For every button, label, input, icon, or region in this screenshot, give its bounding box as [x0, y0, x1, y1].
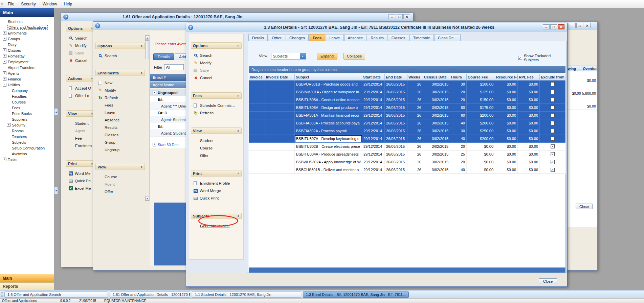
subject-row[interactable]: BSBITU305A - Conduct online transac 29/1…: [249, 96, 565, 104]
tab[interactable]: Other: [268, 34, 285, 41]
sidebar-tree-item[interactable]: - Utilities: [0, 82, 54, 88]
sidebar-tree-item[interactable]: + Security: [0, 122, 54, 128]
column-header[interactable]: Start Date: [362, 74, 385, 80]
collapse-button[interactable]: Collapse: [343, 53, 365, 60]
subject-row[interactable]: BSBFIA302A - Process payroll 29/12/2014 …: [249, 127, 565, 135]
sidebar-collapse-arrow-icon[interactable]: [54, 187, 58, 194]
panel-header[interactable]: Print «: [191, 170, 242, 177]
tree-expander-icon[interactable]: +: [3, 48, 6, 52]
sidebar-tree-item[interactable]: Setup Configuration: [0, 145, 54, 151]
grid-bottom-bar[interactable]: [249, 267, 565, 273]
sidebar-tree-item[interactable]: + Employment: [0, 59, 54, 65]
column-header[interactable]: Resource Fe: [495, 74, 518, 80]
column-header[interactable]: Hours: [450, 74, 467, 80]
sidebar-footer-button[interactable]: Main: [0, 274, 54, 282]
scroll-up-icon[interactable]: ▲: [145, 36, 149, 40]
sidebar-tree-item[interactable]: + Tasks: [0, 157, 54, 162]
panel-header[interactable]: View «: [66, 110, 95, 117]
panel-item[interactable]: Generate Invoice: [194, 222, 241, 230]
menu-item[interactable]: Help: [60, 1, 75, 7]
panel-item[interactable]: Course: [98, 173, 144, 181]
subject-row[interactable]: BSBWHS302A - Apply knowledge of W 29/12/…: [249, 158, 565, 166]
subject-row[interactable]: BSBITU307A - Develop keyboarding s 29/12…: [249, 135, 565, 143]
sidebar-tree-item[interactable]: + Homestay: [0, 53, 54, 59]
panel-item[interactable]: Absence: [98, 116, 144, 124]
exclude-checkbox[interactable]: [551, 129, 555, 133]
sidebar-tree-item[interactable]: Teachers: [0, 134, 54, 139]
panel-item[interactable]: Ungroup: [98, 146, 144, 154]
sidebar-tree-item[interactable]: Rooms: [0, 128, 54, 134]
panel-item[interactable]: Enrolment Profile: [194, 180, 241, 187]
panel-item[interactable]: Save: [194, 67, 241, 74]
row-expander-icon[interactable]: +: [153, 143, 156, 146]
panel-item[interactable]: Quick Pri: [69, 177, 94, 185]
exclude-checkbox[interactable]: [551, 137, 555, 141]
panel-item[interactable]: Student: [194, 137, 241, 144]
exclude-checkbox[interactable]: [551, 152, 555, 156]
taskbar-item[interactable]: 1.3 Enrol Details - S#: 12001270 BAE, Sa…: [303, 292, 409, 298]
sidebar-tree-item[interactable]: + Finance: [0, 76, 54, 82]
sidebar-tree-item[interactable]: + Agents: [0, 70, 54, 76]
panel-header[interactable]: View «: [95, 164, 145, 170]
tab[interactable]: Class De...: [434, 34, 461, 41]
tree-expander-icon[interactable]: -: [3, 83, 6, 87]
menu-item[interactable]: Security: [18, 1, 39, 7]
offer-window-titlebar[interactable]: 1.61 Offer and Application Details - 120…: [61, 13, 413, 21]
subject-row[interactable]: BSBCUS301B - Deliver and monitor a 29/12…: [249, 166, 565, 174]
panel-item[interactable]: Modify: [69, 42, 94, 49]
panel-item[interactable]: Modify: [194, 59, 241, 67]
chevron-down-icon[interactable]: [300, 53, 306, 59]
panel-item[interactable]: Classes: [98, 131, 144, 139]
column-header[interactable]: Invoice Date: [265, 74, 295, 80]
exclude-checkbox[interactable]: [551, 121, 555, 125]
subject-row[interactable]: BSBITU302B - Create electronic prese 29/…: [249, 143, 565, 150]
taskbar-item[interactable]: 1.1 Student Details - 12001270 BAE, Sang…: [192, 292, 301, 298]
panel-header[interactable]: Options «: [95, 43, 145, 49]
panel-item[interactable]: Fee: [69, 135, 94, 142]
panel-item[interactable]: Search: [194, 52, 241, 59]
tree-expander-icon[interactable]: +: [3, 71, 6, 75]
expand-button[interactable]: Expand: [317, 53, 337, 60]
tree-expander-icon[interactable]: +: [3, 54, 6, 58]
sidebar-tree-item[interactable]: + Groups: [0, 36, 54, 42]
panel-item[interactable]: Fees: [98, 101, 144, 109]
sidebar-tree-item[interactable]: + Classes: [0, 47, 54, 53]
menu-item[interactable]: Window: [39, 1, 61, 7]
maximize-button[interactable]: [550, 24, 557, 29]
subject-row[interactable]: BSBINM301A - Organise workplace in 29/12…: [249, 88, 565, 96]
panel-item[interactable]: Offer: [98, 188, 144, 195]
column-header[interactable]: Course Fee: [467, 74, 495, 80]
panel-item[interactable]: Search: [69, 34, 94, 42]
maximize-button[interactable]: [576, 23, 583, 28]
column-header[interactable]: Weeks: [407, 74, 423, 80]
minimize-button[interactable]: [569, 23, 576, 28]
panel-item[interactable]: Agent: [98, 181, 144, 188]
maximize-button[interactable]: [396, 14, 403, 19]
panel-item[interactable]: Word Me: [69, 170, 94, 177]
panel-header[interactable]: Options «: [191, 42, 242, 49]
panel-item[interactable]: Results: [98, 124, 144, 131]
panel-header[interactable]: Options «: [66, 25, 95, 31]
column-header[interactable]: RPL Fee: [518, 74, 540, 80]
minimize-button[interactable]: [543, 24, 550, 29]
panel-item[interactable]: Agent: [69, 127, 94, 135]
tree-expander-icon[interactable]: +: [3, 37, 6, 41]
tab[interactable]: Absence: [344, 34, 367, 41]
minimize-button[interactable]: [388, 14, 395, 19]
tab[interactable]: Details: [248, 34, 268, 41]
tab[interactable]: Results: [367, 34, 387, 41]
sidebar-tree-item[interactable]: Suppliers: [0, 116, 54, 122]
menu-item[interactable]: File: [4, 1, 18, 7]
scrollbar[interactable]: ▲ ▼: [145, 35, 150, 201]
exclude-checkbox[interactable]: [551, 160, 555, 164]
show-excluded-checkbox[interactable]: [518, 56, 522, 60]
sidebar-tree-item[interactable]: Faculties: [0, 93, 54, 99]
close-button[interactable]: [558, 24, 564, 29]
sidebar-tree-item[interactable]: Students: [0, 19, 54, 24]
panel-item[interactable]: Course: [194, 144, 241, 152]
sidebar-tree-item[interactable]: + Enrolments: [0, 30, 54, 36]
summary-column-header[interactable]: wing: [567, 66, 582, 71]
filter-dropdown[interactable]: All: [164, 64, 184, 70]
exclude-checkbox[interactable]: [551, 113, 555, 117]
column-header[interactable]: Invoice: [249, 74, 265, 80]
